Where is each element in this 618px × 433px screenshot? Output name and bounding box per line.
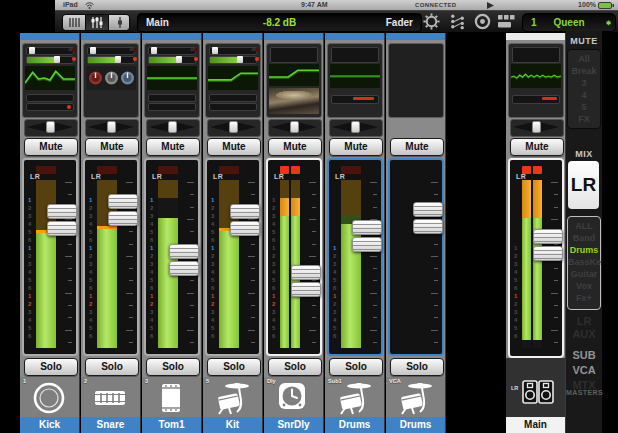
pan-handle[interactable] <box>532 121 541 133</box>
view-group-basske[interactable]: BassKe <box>568 257 600 267</box>
mute-button[interactable]: Mute <box>24 138 78 156</box>
channel-name[interactable]: Snare <box>81 417 140 433</box>
pan-slider[interactable] <box>146 119 200 137</box>
mixer-view-button[interactable] <box>85 15 108 30</box>
pan-slider[interactable] <box>85 119 139 137</box>
mix-item-sub[interactable]: SUB <box>566 349 602 361</box>
mix-lr-button[interactable]: LR <box>568 161 599 209</box>
mute-group-fx[interactable]: FX <box>568 114 600 124</box>
channel-icon-zone[interactable]: Sub1 <box>325 377 384 417</box>
solo-button[interactable]: Solo <box>24 358 78 376</box>
strip-select-bar[interactable] <box>264 33 323 40</box>
solo-button[interactable]: Solo <box>390 358 444 376</box>
mix-item-mtx[interactable]: MTX <box>566 379 602 391</box>
channel-name[interactable]: Kit <box>203 417 262 433</box>
settings-gear-icon[interactable] <box>423 13 441 31</box>
channel-name[interactable]: Kick <box>20 417 79 433</box>
channel-thumbnail[interactable]: 48vA <box>144 43 200 118</box>
fader-cap[interactable] <box>207 204 263 240</box>
snapshot-button[interactable]: 1 Queen ✱ <box>522 13 616 32</box>
view-group-drums[interactable]: Drums <box>568 245 600 255</box>
fader-cap[interactable] <box>85 194 141 230</box>
fader-cap[interactable] <box>390 202 446 238</box>
channel-name[interactable]: Tom1 <box>142 417 201 433</box>
channel-icon-zone[interactable]: VCA <box>386 377 445 417</box>
fader-cap[interactable] <box>510 229 566 265</box>
gain-handle[interactable] <box>29 47 35 54</box>
mute-group-4[interactable]: 4 <box>568 90 600 100</box>
channel-name[interactable]: SnrDly <box>264 417 323 433</box>
mute-button[interactable]: Mute <box>207 138 261 156</box>
channel-thumbnail[interactable] <box>508 43 564 118</box>
gain-row[interactable] <box>87 56 135 64</box>
strip-select-bar[interactable] <box>203 33 262 40</box>
pan-handle[interactable] <box>229 121 238 133</box>
gain-row[interactable] <box>209 56 257 64</box>
channel-icon-zone[interactable]: 2 <box>81 377 140 417</box>
strip-select-bar[interactable] <box>325 33 384 40</box>
routing-patch-icon[interactable] <box>449 13 467 31</box>
pan-handle[interactable] <box>290 121 299 133</box>
channel-thumbnail[interactable]: 48vA <box>83 43 139 118</box>
mute-group-3[interactable]: 3 <box>568 78 600 88</box>
devices-icon[interactable] <box>497 13 515 31</box>
channel-view-button[interactable] <box>63 15 85 30</box>
pan-handle[interactable] <box>107 121 116 133</box>
pan-handle[interactable] <box>46 121 55 133</box>
solo-button[interactable]: Solo <box>207 358 261 376</box>
record-icon[interactable] <box>474 13 492 31</box>
gain-handle[interactable] <box>115 56 121 63</box>
gain-handle[interactable] <box>176 56 182 63</box>
strip-select-bar[interactable] <box>81 33 140 40</box>
gain-row[interactable] <box>148 56 196 64</box>
gain-row[interactable] <box>26 56 74 64</box>
mix-item-vca[interactable]: VCA <box>566 364 602 376</box>
gain-handle[interactable] <box>237 56 243 63</box>
strip-select-bar[interactable] <box>142 33 201 40</box>
gain-handle[interactable] <box>54 56 60 63</box>
gain-row[interactable] <box>148 47 196 55</box>
mute-button[interactable]: Mute <box>146 138 200 156</box>
gain-row[interactable] <box>87 47 135 55</box>
channel-icon-zone[interactable]: 5 <box>203 377 262 417</box>
gain-row[interactable] <box>209 47 257 55</box>
mute-button[interactable]: Mute <box>390 138 444 156</box>
channel-thumbnail[interactable]: 48vA <box>22 43 78 118</box>
fader-cap[interactable] <box>146 244 202 280</box>
gain-handle[interactable] <box>90 47 96 54</box>
gain-row[interactable] <box>26 47 74 55</box>
solo-button[interactable]: Solo <box>85 358 139 376</box>
channel-thumbnail[interactable] <box>327 43 383 118</box>
mix-item-lr[interactable]: LR <box>566 315 602 327</box>
solo-button[interactable]: Solo <box>268 358 322 376</box>
pan-slider[interactable] <box>329 119 383 137</box>
channel-thumbnail[interactable] <box>266 43 322 118</box>
channel-name[interactable]: Drums <box>325 417 384 433</box>
mute-group-break[interactable]: Break <box>568 66 600 76</box>
channel-name[interactable]: Drums <box>386 417 445 433</box>
view-group-all[interactable]: ALL <box>568 221 600 231</box>
strip-select-bar[interactable] <box>386 33 445 40</box>
view-group-fx+[interactable]: Fx+ <box>568 293 600 303</box>
view-group-band[interactable]: Band <box>568 233 600 243</box>
mute-button[interactable]: Mute <box>85 138 139 156</box>
mix-item-aux[interactable]: AUX <box>566 328 602 340</box>
channel-icon-zone[interactable]: Dly <box>264 377 323 417</box>
channel-icon-zone[interactable]: 3 <box>142 377 201 417</box>
pan-slider[interactable] <box>268 119 322 137</box>
mute-group-all[interactable]: All <box>568 54 600 64</box>
gain-handle[interactable] <box>151 47 157 54</box>
solo-button[interactable]: Solo <box>329 358 383 376</box>
single-fader-view-button[interactable] <box>108 15 130 30</box>
strip-select-bar[interactable] <box>20 33 79 40</box>
pan-handle[interactable] <box>168 121 177 133</box>
pan-slider[interactable] <box>24 119 78 137</box>
mute-button[interactable]: Mute <box>268 138 322 156</box>
mute-button[interactable]: Mute <box>510 138 564 156</box>
lcd-display[interactable]: Main -8.2 dB Fader <box>137 13 422 32</box>
channel-thumbnail[interactable] <box>388 43 444 118</box>
channel-icon-zone[interactable]: 1 <box>20 377 79 417</box>
fader-cap[interactable] <box>329 220 385 256</box>
view-group-vox[interactable]: Vox <box>568 281 600 291</box>
strip-select-bar[interactable] <box>506 33 565 40</box>
